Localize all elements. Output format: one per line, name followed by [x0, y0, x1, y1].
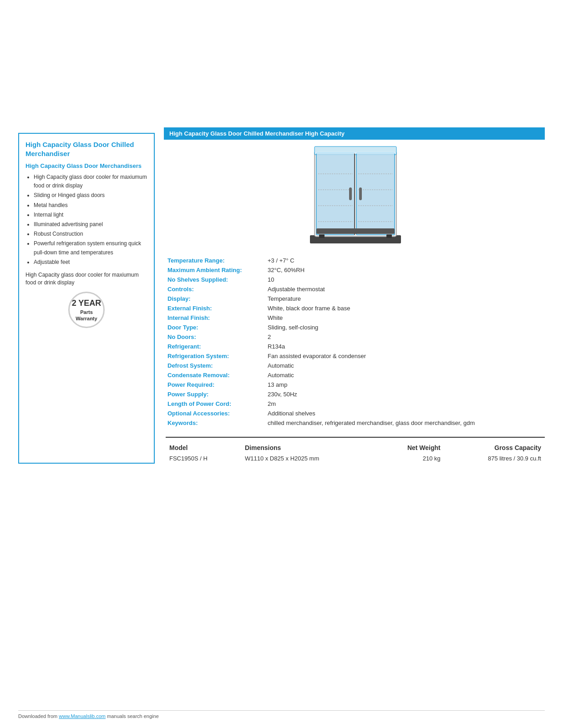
spec-label: Refrigerant:: [166, 342, 266, 351]
fridge-image: [305, 137, 406, 247]
spec-row: Refrigerant:R134a: [166, 342, 545, 351]
model-table-header-row: Model Dimensions Net Weight Gross Capaci…: [166, 442, 545, 453]
footer-text-after: manuals search engine: [106, 713, 159, 719]
svg-rect-18: [386, 234, 392, 238]
net-weight-cell: 210 kg: [377, 453, 444, 464]
model-cell: FSC1950S / H: [166, 453, 241, 464]
feature-item: Robust Construction: [34, 230, 147, 238]
spec-label: Power Required:: [166, 380, 266, 389]
spec-value: R134a: [266, 342, 545, 351]
spec-label: Power Supply:: [166, 389, 266, 399]
spec-label: Internal Finish:: [166, 313, 266, 323]
svg-rect-17: [319, 234, 325, 238]
product-image-area: [166, 137, 545, 247]
gross-capacity-cell: 875 litres / 30.9 cu.ft: [444, 453, 545, 464]
col-gross-capacity: Gross Capacity: [444, 442, 545, 453]
spec-label: Condensate Removal:: [166, 370, 266, 380]
spec-row: Refrigeration System:Fan assisted evapor…: [166, 351, 545, 361]
svg-rect-14: [349, 187, 352, 200]
feature-item: Powerful refrigeration system ensuring q…: [34, 239, 147, 257]
feature-item: Internal light: [34, 211, 147, 219]
warranty-label: Warranty: [76, 315, 97, 322]
spec-value: White: [266, 313, 545, 323]
page-footer: Downloaded from www.Manualslib.com manua…: [18, 710, 545, 719]
spec-row: Controls:Adjustable thermostat: [166, 284, 545, 294]
feature-item: Metal handles: [34, 201, 147, 210]
feature-item: Sliding or Hinged glass doors: [34, 191, 147, 200]
model-table-divider: [166, 437, 545, 438]
spec-value: Automatic: [266, 361, 545, 370]
spec-value: 13 amp: [266, 380, 545, 389]
spec-row: Door Type:Sliding, self-closing: [166, 323, 545, 332]
spec-label: Optional Accessories:: [166, 409, 266, 418]
svg-rect-3: [316, 153, 355, 235]
svg-rect-15: [359, 187, 362, 200]
spec-row: Temperature Range:+3 / +7° C: [166, 256, 545, 265]
spec-value: +3 / +7° C: [266, 256, 545, 265]
spec-value: 2: [266, 332, 545, 342]
svg-rect-16: [316, 228, 395, 234]
spec-label: Controls:: [166, 284, 266, 294]
sidebar-title: High Capacity Glass Door Chilled Merchan…: [25, 140, 147, 158]
right-content: Temperature Range:+3 / +7° CMaximum Ambi…: [166, 133, 545, 464]
spec-value: 32°C, 60%RH: [266, 265, 545, 275]
spec-row: Optional Accessories:Additional shelves: [166, 409, 545, 418]
spec-row: No Shelves Supplied:10: [166, 275, 545, 284]
svg-rect-4: [356, 153, 395, 235]
sidebar-description: High Capacity glass door cooler for maxi…: [25, 271, 147, 287]
spec-row: Maximum Ambient Rating:32°C, 60%RH: [166, 265, 545, 275]
spec-value: Additional shelves: [266, 409, 545, 418]
sidebar-subtitle: High Capacity Glass Door Merchandisers: [25, 162, 147, 169]
warranty-year: 2 YEAR: [72, 298, 101, 308]
spec-label: Defrost System:: [166, 361, 266, 370]
features-list: High Capacity glass door cooler for maxi…: [25, 173, 147, 267]
spec-row: External Finish:White, black door frame …: [166, 303, 545, 313]
spec-label: External Finish:: [166, 303, 266, 313]
model-row: FSC1950S / HW1110 x D825 x H2025 mm210 k…: [166, 453, 545, 464]
feature-item: High Capacity glass door cooler for maxi…: [34, 173, 147, 190]
spec-value: chilled merchandiser, refrigerated merch…: [266, 418, 545, 428]
svg-rect-19: [315, 152, 396, 154]
spec-label: Display:: [166, 294, 266, 303]
spec-value: 230v, 50Hz: [266, 389, 545, 399]
spec-label: Refrigeration System:: [166, 351, 266, 361]
spec-value: Sliding, self-closing: [266, 323, 545, 332]
col-net-weight: Net Weight: [377, 442, 444, 453]
spec-row: Defrost System:Automatic: [166, 361, 545, 370]
spec-value: 2m: [266, 399, 545, 409]
spec-row: Power Supply:230v, 50Hz: [166, 389, 545, 399]
spec-label: Temperature Range:: [166, 256, 266, 265]
spec-row: Internal Finish:White: [166, 313, 545, 323]
spec-label: No Shelves Supplied:: [166, 275, 266, 284]
feature-item: Illuminated advertising panel: [34, 220, 147, 229]
spec-label: Length of Power Cord:: [166, 399, 266, 409]
spec-label: Door Type:: [166, 323, 266, 332]
col-model: Model: [166, 442, 241, 453]
spec-row: Condensate Removal:Automatic: [166, 370, 545, 380]
spec-value: Fan assisted evaporator & condenser: [266, 351, 545, 361]
spec-value: Automatic: [266, 370, 545, 380]
spec-value: 10: [266, 275, 545, 284]
spec-label: Keywords:: [166, 418, 266, 428]
specs-table: Temperature Range:+3 / +7° CMaximum Ambi…: [166, 256, 545, 428]
spec-row: Keywords:chilled merchandiser, refrigera…: [166, 418, 545, 428]
warranty-parts: Parts: [80, 309, 93, 315]
spec-label: No Doors:: [166, 332, 266, 342]
feature-item: Adjustable feet: [34, 258, 147, 267]
spec-row: Display:Temperature: [166, 294, 545, 303]
spec-value: Adjustable thermostat: [266, 284, 545, 294]
spec-row: No Doors:2: [166, 332, 545, 342]
header-spacer: [0, 0, 563, 118]
main-content: High Capacity Glass Door Chilled Merchan…: [18, 133, 545, 464]
footer-text-before: Downloaded from: [18, 713, 59, 719]
footer-link[interactable]: www.Manualslib.com: [59, 713, 106, 719]
spec-value: White, black door frame & base: [266, 303, 545, 313]
spec-label: Maximum Ambient Rating:: [166, 265, 266, 275]
sidebar-box: High Capacity Glass Door Chilled Merchan…: [18, 133, 155, 464]
breadcrumb-text: High Capacity Glass Door Chilled Merchan…: [169, 130, 345, 137]
model-table: Model Dimensions Net Weight Gross Capaci…: [166, 442, 545, 464]
dimensions-cell: W1110 x D825 x H2025 mm: [241, 453, 377, 464]
spec-row: Power Required:13 amp: [166, 380, 545, 389]
warranty-badge: 2 YEAR Parts Warranty: [68, 292, 105, 328]
fridge-illustration: [305, 137, 406, 247]
